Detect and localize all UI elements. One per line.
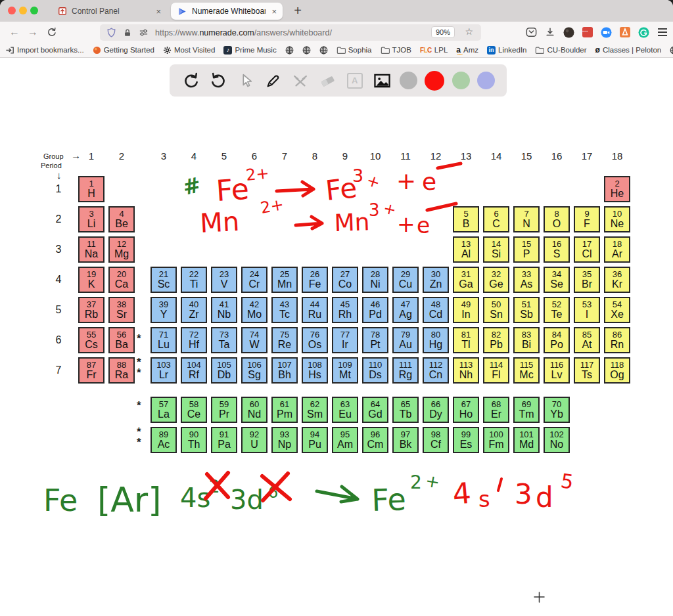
forward-button[interactable]: → [25, 24, 41, 40]
lastpass-extension-icon[interactable]: ··· [582, 27, 593, 37]
globe-icon [302, 46, 311, 55]
bookmark-most-visited[interactable]: Most Visited [163, 46, 215, 55]
menu-hamburger-icon[interactable] [657, 28, 668, 37]
bookmark-getting-started[interactable]: Getting Started [93, 46, 154, 55]
element-Hs: 108Hs [302, 357, 328, 384]
bookmark-label: TJOB [392, 46, 411, 54]
lock-icon[interactable] [123, 28, 132, 37]
url-bar[interactable]: https://www.numerade.com/answers/whitebo… [100, 24, 481, 41]
element-Np: 93Np [271, 427, 298, 453]
element-K: 19K [78, 267, 104, 293]
bookmark-amz[interactable]: aAmz [456, 46, 478, 54]
globe-icon [285, 46, 294, 55]
orange-extension-icon[interactable] [620, 27, 630, 37]
tool-eraser-button[interactable] [317, 71, 337, 91]
element-Ac: 89Ac [151, 427, 177, 453]
zoom-extension-icon[interactable] [601, 27, 612, 38]
url-text[interactable]: https://www.numerade.com/answers/whitebo… [155, 28, 332, 37]
folder-icon [535, 46, 544, 55]
downloads-icon[interactable] [545, 27, 555, 37]
bookmark-globe[interactable] [670, 46, 673, 55]
element-V: 23V [211, 267, 237, 293]
group-number-17: 17 [574, 150, 600, 162]
permissions-sliders-icon[interactable] [139, 28, 149, 37]
color-swatch-green[interactable] [452, 72, 470, 89]
element-Li: 3Li [78, 206, 104, 232]
element-Pt: 78Pt [362, 327, 388, 353]
tool-image-button[interactable] [372, 71, 392, 91]
asterisk-mark: * [137, 399, 141, 412]
color-swatch-gray[interactable] [400, 72, 417, 89]
bookmark-globe[interactable] [285, 46, 294, 55]
element-Fl: 114Fl [483, 357, 509, 384]
tool-pen-button[interactable] [263, 71, 283, 91]
element-Sb: 51Sb [513, 297, 540, 323]
element-No: 102No [544, 427, 570, 453]
new-tab-button[interactable]: + [289, 2, 306, 19]
element-Cd: 48Cd [423, 297, 449, 323]
bookmark-cu-boulder[interactable]: CU-Boulder [535, 46, 586, 55]
element-Fm: 100Fm [483, 427, 509, 453]
tab-numerade-whiteboard[interactable]: Numerade Whiteboard × [171, 3, 283, 20]
globe-icon [670, 46, 673, 55]
back-button[interactable]: ← [7, 24, 22, 40]
close-window-button[interactable] [8, 7, 16, 14]
folder-icon [381, 46, 390, 55]
element-Fe: 26Fe [302, 267, 328, 293]
element-Ir: 77Ir [332, 327, 358, 353]
tab-control-panel[interactable]: Control Panel × [51, 3, 167, 20]
element-Lu: 71Lu [151, 327, 177, 353]
bookmark-sophia[interactable]: Sophia [336, 46, 372, 55]
period-number-4: 4 [51, 274, 66, 286]
import-icon [5, 46, 14, 55]
element-Kr: 36Kr [604, 267, 630, 293]
element-Ti: 22Ti [181, 267, 207, 293]
asterisk-mark: * [137, 366, 141, 380]
bookmark-prime-music[interactable]: ♪Prime Music [223, 46, 276, 55]
element-Al: 13Al [453, 236, 479, 263]
bookmark-tjob[interactable]: TJOB [381, 46, 411, 55]
pocket-icon[interactable] [526, 27, 537, 37]
bookmark-globe[interactable] [302, 46, 311, 55]
bookmark-lpl[interactable]: FLCLPL [420, 46, 448, 54]
color-swatch-red[interactable] [425, 71, 444, 91]
element-Hg: 80Hg [423, 327, 449, 353]
element-Sc: 21Sc [151, 267, 177, 293]
element-Mn: 25Mn [271, 267, 298, 293]
bookmark-label: Sophia [348, 46, 372, 54]
color-swatch-purple[interactable] [477, 72, 495, 89]
group-number-5: 5 [211, 150, 237, 162]
bookmark-globe[interactable] [319, 46, 328, 55]
element-F: 9F [574, 206, 600, 232]
element-Ba: 56Ba [108, 327, 135, 353]
bookmark-label: Classes | Peloton [603, 46, 661, 54]
grammarly-extension-icon[interactable] [638, 27, 649, 38]
minimize-window-button[interactable] [19, 7, 27, 14]
period-arrow: ↓ [57, 169, 62, 181]
tab-close-icon[interactable]: × [156, 7, 161, 16]
maximize-window-button[interactable] [30, 7, 38, 14]
bookmark-linkedin[interactable]: inLinkedIn [487, 46, 526, 55]
period-number-7: 7 [51, 364, 66, 376]
shield-icon[interactable] [106, 28, 116, 37]
reload-button[interactable] [43, 26, 59, 41]
account-avatar[interactable] [563, 27, 574, 38]
tool-redo-button[interactable] [208, 71, 228, 91]
element-Lr: 103Lr [151, 357, 177, 384]
tool-undo-button[interactable] [181, 71, 201, 91]
zoom-level-badge[interactable]: 90% [431, 26, 455, 38]
element-Rh: 45Rh [332, 297, 358, 323]
element-Sr: 38Sr [108, 297, 135, 323]
bookmark-classes-peloton[interactable]: øClasses | Peloton [595, 45, 662, 55]
group-number-10: 10 [362, 150, 388, 162]
bookmark-star-icon[interactable]: ☆ [465, 26, 473, 37]
element-In: 49In [453, 297, 479, 323]
tab-close-icon[interactable]: × [271, 7, 277, 16]
element-Nb: 41Nb [211, 297, 237, 323]
element-Ca: 20Ca [108, 267, 135, 293]
element-Tm: 69Tm [513, 397, 540, 423]
tool-select-button[interactable] [236, 71, 256, 91]
bookmark-import-bookmarks[interactable]: Import bookmarks... [5, 46, 84, 55]
tool-shapes-button[interactable] [290, 71, 310, 91]
tool-text-button[interactable]: A [345, 71, 365, 91]
